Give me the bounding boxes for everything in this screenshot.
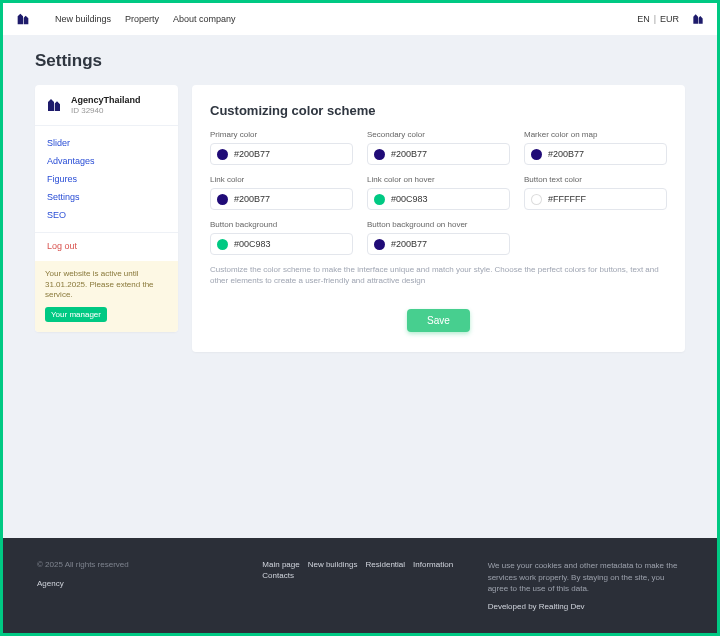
logout-link[interactable]: Log out xyxy=(47,241,77,251)
color-swatch[interactable] xyxy=(374,149,385,160)
profile-block: AgencyThailand ID 32940 xyxy=(35,85,178,126)
color-input-wrap xyxy=(524,188,667,210)
top-right: EN | EUR xyxy=(637,12,705,26)
footer-agency: Agency xyxy=(37,579,232,588)
color-swatch[interactable] xyxy=(374,239,385,250)
footer-col-left: © 2025 All rights reserved Agency xyxy=(37,560,232,611)
color-value-input[interactable] xyxy=(391,149,503,159)
color-grid: Primary colorSecondary colorMarker color… xyxy=(210,130,667,255)
sidebar: AgencyThailand ID 32940 Slider Advantage… xyxy=(35,85,178,332)
top-nav-item[interactable]: Property xyxy=(125,14,159,24)
color-value-input[interactable] xyxy=(234,149,346,159)
color-input-wrap xyxy=(367,188,510,210)
color-swatch[interactable] xyxy=(217,194,228,205)
footer-link[interactable]: Contacts xyxy=(262,571,294,580)
footer-dev: Developed by Realting Dev xyxy=(488,602,683,611)
top-bar: New buildings Property About company EN … xyxy=(3,3,717,35)
color-value-input[interactable] xyxy=(548,149,660,159)
profile-name: AgencyThailand xyxy=(71,95,141,106)
color-field-label: Secondary color xyxy=(367,130,510,139)
sidebar-notice: Your website is active until 31.01.2025.… xyxy=(35,261,178,331)
save-button[interactable]: Save xyxy=(407,309,470,332)
sidebar-item-seo[interactable]: SEO xyxy=(35,206,178,224)
color-field-label: Button background on hover xyxy=(367,220,510,229)
help-text: Customize the color scheme to make the i… xyxy=(210,265,667,287)
top-nav-item[interactable]: New buildings xyxy=(55,14,111,24)
footer-col-mid: Main page New buildings Residential Info… xyxy=(262,560,457,611)
card-title: Customizing color scheme xyxy=(210,103,667,118)
content-area: Settings AgencyThailand ID 32940 Slider … xyxy=(3,35,717,538)
footer-link[interactable]: Main page xyxy=(262,560,299,569)
color-swatch[interactable] xyxy=(217,149,228,160)
color-field-label: Button background xyxy=(210,220,353,229)
color-swatch[interactable] xyxy=(531,149,542,160)
sidebar-item-settings[interactable]: Settings xyxy=(35,188,178,206)
profile-id: ID 32940 xyxy=(71,106,141,116)
footer-link[interactable]: Residential xyxy=(366,560,406,569)
color-swatch[interactable] xyxy=(217,239,228,250)
top-nav: New buildings Property About company xyxy=(55,14,236,24)
color-input-wrap xyxy=(210,143,353,165)
color-field: Secondary color xyxy=(367,130,510,165)
color-field: Button background on hover xyxy=(367,220,510,255)
sidebar-nav: Slider Advantages Figures Settings SEO xyxy=(35,126,178,232)
color-field: Button text color xyxy=(524,175,667,210)
footer-col-right: We use your cookies and other metadata t… xyxy=(488,560,683,611)
color-input-wrap xyxy=(210,233,353,255)
avatar-icon xyxy=(45,96,63,114)
top-nav-item[interactable]: About company xyxy=(173,14,236,24)
footer-copyright: © 2025 All rights reserved xyxy=(37,560,232,569)
menu-icon[interactable] xyxy=(691,12,705,26)
page-title: Settings xyxy=(35,51,685,71)
color-field-label: Link color xyxy=(210,175,353,184)
settings-card: Customizing color scheme Primary colorSe… xyxy=(192,85,685,352)
color-input-wrap xyxy=(367,233,510,255)
color-field-label: Button text color xyxy=(524,175,667,184)
color-input-wrap xyxy=(524,143,667,165)
color-value-input[interactable] xyxy=(234,239,346,249)
color-field: Button background xyxy=(210,220,353,255)
sidebar-item-figures[interactable]: Figures xyxy=(35,170,178,188)
color-field: Marker color on map xyxy=(524,130,667,165)
footer-link[interactable]: New buildings xyxy=(308,560,358,569)
color-value-input[interactable] xyxy=(391,239,503,249)
color-field: Link color xyxy=(210,175,353,210)
footer-links: Main page New buildings Residential Info… xyxy=(262,560,457,569)
color-value-input[interactable] xyxy=(391,194,503,204)
color-swatch[interactable] xyxy=(531,194,542,205)
columns: AgencyThailand ID 32940 Slider Advantage… xyxy=(35,85,685,352)
color-field-label: Primary color xyxy=(210,130,353,139)
color-field: Primary color xyxy=(210,130,353,165)
sidebar-item-advantages[interactable]: Advantages xyxy=(35,152,178,170)
color-field-label: Link color on hover xyxy=(367,175,510,184)
sidebar-logout-block: Log out xyxy=(35,232,178,261)
language-switch[interactable]: EN xyxy=(637,14,650,24)
color-value-input[interactable] xyxy=(548,194,660,204)
separator: | xyxy=(654,14,656,24)
color-field-label: Marker color on map xyxy=(524,130,667,139)
footer-link[interactable]: Information xyxy=(413,560,453,569)
footer-policy: We use your cookies and other metadata t… xyxy=(488,560,683,594)
color-input-wrap xyxy=(210,188,353,210)
manager-button[interactable]: Your manager xyxy=(45,307,107,322)
currency-switch[interactable]: EUR xyxy=(660,14,679,24)
footer: © 2025 All rights reserved Agency Main p… xyxy=(3,538,717,633)
sidebar-item-slider[interactable]: Slider xyxy=(35,134,178,152)
color-value-input[interactable] xyxy=(234,194,346,204)
color-field: Link color on hover xyxy=(367,175,510,210)
color-swatch[interactable] xyxy=(374,194,385,205)
color-input-wrap xyxy=(367,143,510,165)
brand-logo[interactable] xyxy=(15,11,31,27)
